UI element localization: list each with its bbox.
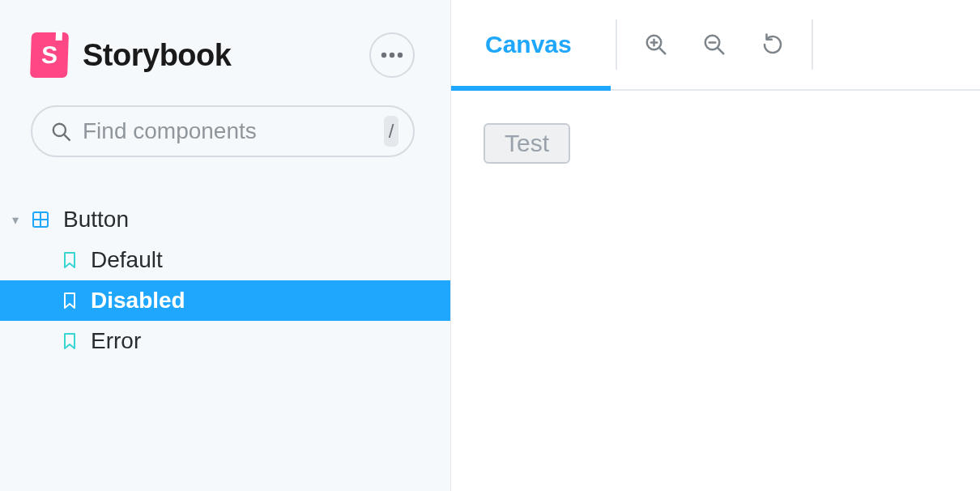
sidebar: S Storybook / ▾ xyxy=(0,0,450,491)
ellipsis-icon xyxy=(381,52,403,58)
bookmark-icon xyxy=(62,331,78,351)
storybook-logo-icon: S xyxy=(30,32,69,78)
search-input[interactable] xyxy=(71,118,384,144)
svg-point-0 xyxy=(381,53,386,58)
demo-button-disabled: Test xyxy=(484,123,570,164)
tab-canvas[interactable]: Canvas xyxy=(451,0,606,89)
tree-story-disabled[interactable]: Disabled xyxy=(0,280,450,321)
tab-canvas-label: Canvas xyxy=(485,31,572,58)
bookmark-icon xyxy=(62,250,78,270)
svg-line-13 xyxy=(718,48,723,53)
toolbar-spacer xyxy=(823,0,980,89)
tree-story-label: Default xyxy=(91,247,163,273)
tree-component-button[interactable]: ▾ Button xyxy=(0,199,450,240)
toolbar-divider xyxy=(812,19,813,70)
brand-title: Storybook xyxy=(83,38,231,73)
bookmark-icon xyxy=(62,291,78,310)
tree-story-label: Disabled xyxy=(91,288,185,314)
caret-down-icon: ▾ xyxy=(8,212,23,228)
zoom-reset-button[interactable] xyxy=(744,0,802,89)
story-tree: ▾ Button Default Disabled Error xyxy=(0,157,450,361)
zoom-out-icon xyxy=(702,32,726,57)
search-wrap: / xyxy=(0,78,450,157)
svg-line-9 xyxy=(659,48,665,53)
tree-story-label: Error xyxy=(91,328,141,354)
tree-component-label: Button xyxy=(63,207,129,233)
sidebar-header: S Storybook xyxy=(0,0,450,78)
storybook-logo-letter: S xyxy=(40,43,58,67)
tree-story-error[interactable]: Error xyxy=(0,321,450,361)
reset-icon xyxy=(761,32,785,57)
zoom-in-icon xyxy=(644,32,668,57)
zoom-out-button[interactable] xyxy=(685,0,744,89)
preview-panel: Canvas Test xyxy=(450,0,980,491)
svg-point-1 xyxy=(390,53,394,58)
search-shortcut-key: / xyxy=(384,116,398,147)
svg-line-4 xyxy=(64,134,70,140)
preview-toolbar: Canvas xyxy=(451,0,980,91)
canvas-area: Test xyxy=(451,91,980,491)
search-field[interactable]: / xyxy=(31,105,415,157)
sidebar-menu-button[interactable] xyxy=(369,32,415,78)
tree-story-default[interactable]: Default xyxy=(0,240,450,280)
component-icon xyxy=(31,210,50,229)
zoom-in-button[interactable] xyxy=(627,0,685,89)
brand: S Storybook xyxy=(31,32,231,78)
search-icon xyxy=(50,121,71,142)
toolbar-divider xyxy=(616,19,617,70)
svg-point-2 xyxy=(398,53,403,58)
